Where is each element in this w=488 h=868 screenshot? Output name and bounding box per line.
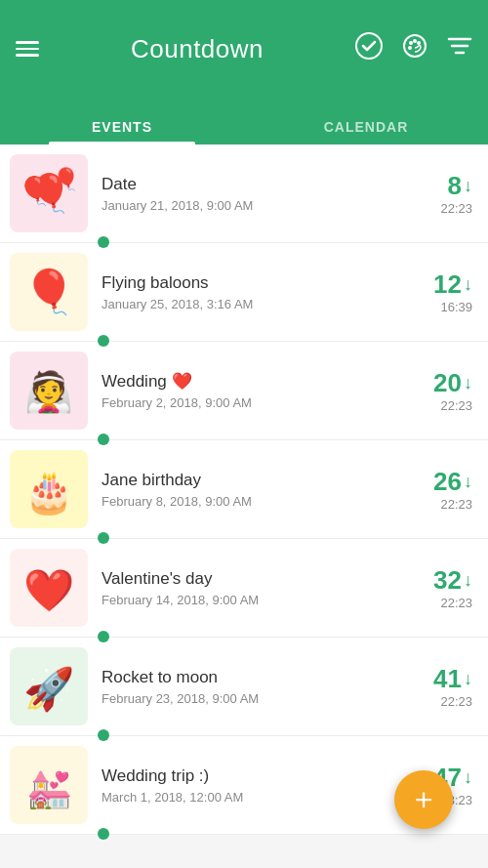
svg-point-5 (408, 46, 412, 50)
event-info: Rocket to moonFebruary 23, 2018, 9:00 AM (102, 668, 404, 706)
event-info: Wedding ❤️February 2, 2018, 9:00 AM (102, 371, 404, 410)
event-info: DateJanuary 21, 2018, 9:00 AM (102, 175, 404, 213)
event-name: Wedding trip :) (102, 766, 404, 786)
svg-text:🎈: 🎈 (22, 267, 76, 317)
app-header: Countdown (0, 0, 488, 109)
filter-icon[interactable] (447, 35, 472, 62)
svg-point-2 (409, 41, 413, 45)
event-info: Valentine's dayFebruary 14, 2018, 9:00 A… (102, 569, 404, 607)
event-name: Jane birthday (102, 471, 404, 490)
event-time: 22:23 (404, 497, 472, 512)
header-actions (355, 32, 472, 65)
svg-text:🎂: 🎂 (23, 468, 75, 517)
event-days-count: 12↓ (404, 269, 472, 300)
svg-point-3 (413, 39, 417, 43)
event-thumbnail: ❤️ (10, 549, 88, 627)
event-item[interactable]: 🎈Flying baloonsJanuary 25, 2018, 3:16 AM… (0, 243, 488, 342)
event-date: February 8, 2018, 9:00 AM (102, 494, 404, 509)
event-time: 16:39 (404, 300, 472, 314)
event-item[interactable]: ❤️Valentine's dayFebruary 14, 2018, 9:00… (0, 539, 488, 638)
svg-text:💒: 💒 (26, 766, 73, 811)
event-countdown: 20↓22:23 (404, 368, 472, 413)
svg-text:🚀: 🚀 (23, 665, 75, 714)
event-name: Rocket to moon (102, 668, 404, 687)
event-name: Wedding ❤️ (102, 371, 404, 392)
countdown-arrow: ↓ (464, 767, 472, 788)
countdown-arrow: ↓ (464, 472, 472, 492)
event-info: Wedding trip :)March 1, 2018, 12:00 AM (102, 766, 404, 805)
event-time: 22:23 (404, 694, 472, 709)
event-days-count: 41↓ (404, 664, 472, 694)
event-info: Jane birthdayFebruary 8, 2018, 9:00 AM (102, 471, 404, 509)
add-event-button[interactable]: + (394, 770, 453, 829)
event-days-count: 32↓ (404, 565, 472, 596)
event-countdown: 12↓16:39 (404, 269, 472, 314)
event-name: Valentine's day (102, 569, 404, 589)
event-days-count: 8↓ (404, 171, 472, 201)
event-date: January 25, 2018, 3:16 AM (102, 297, 404, 311)
event-name: Flying baloons (102, 273, 404, 293)
event-thumbnail: 🎂 (10, 450, 88, 528)
palette-icon[interactable] (402, 33, 427, 64)
countdown-arrow: ↓ (464, 570, 472, 591)
event-time: 22:23 (404, 596, 472, 610)
event-name: Date (102, 175, 404, 194)
event-date: February 14, 2018, 9:00 AM (102, 593, 404, 607)
event-countdown: 41↓22:23 (404, 664, 472, 709)
event-date: March 1, 2018, 12:00 AM (102, 790, 404, 805)
tab-calendar[interactable]: CALENDAR (244, 109, 488, 145)
event-item[interactable]: 🚀Rocket to moonFebruary 23, 2018, 9:00 A… (0, 638, 488, 736)
event-thumbnail: 💒 (10, 746, 88, 824)
menu-button[interactable] (16, 41, 39, 57)
event-info: Flying baloonsJanuary 25, 2018, 3:16 AM (102, 273, 404, 311)
event-date: January 21, 2018, 9:00 AM (102, 198, 404, 213)
svg-text:🎈: 🎈 (18, 175, 52, 207)
event-thumbnail: 🎈🎈🎈 (10, 154, 88, 232)
event-item[interactable]: 🎈🎈🎈DateJanuary 21, 2018, 9:00 AM8↓22:23 (0, 145, 488, 243)
svg-point-4 (417, 41, 421, 45)
svg-text:🎈: 🎈 (53, 166, 80, 192)
done-icon[interactable] (355, 32, 383, 65)
svg-point-0 (356, 33, 382, 59)
header-top-bar: Countdown (16, 32, 472, 65)
tab-events[interactable]: EVENTS (0, 109, 244, 145)
event-thumbnail: 🎈 (10, 253, 88, 331)
event-thumbnail: 🚀 (10, 647, 88, 725)
event-date: February 23, 2018, 9:00 AM (102, 691, 404, 706)
countdown-arrow: ↓ (464, 669, 472, 689)
tab-bar: EVENTS CALENDAR (0, 109, 488, 145)
event-countdown: 8↓22:23 (404, 171, 472, 216)
event-item[interactable]: 🎂Jane birthdayFebruary 8, 2018, 9:00 AM2… (0, 440, 488, 539)
countdown-arrow: ↓ (464, 176, 472, 196)
event-time: 22:23 (404, 398, 472, 413)
event-countdown: 26↓22:23 (404, 467, 472, 512)
countdown-arrow: ↓ (464, 274, 472, 295)
event-days-count: 20↓ (404, 368, 472, 398)
event-date: February 2, 2018, 9:00 AM (102, 395, 404, 410)
app-title: Countdown (131, 34, 264, 64)
event-countdown: 32↓22:23 (404, 565, 472, 610)
countdown-arrow: ↓ (464, 373, 472, 393)
event-days-count: 26↓ (404, 467, 472, 497)
event-item[interactable]: 👰Wedding ❤️February 2, 2018, 9:00 AM20↓2… (0, 342, 488, 440)
event-time: 22:23 (404, 201, 472, 216)
event-thumbnail: 👰 (10, 351, 88, 430)
svg-text:👰: 👰 (24, 368, 73, 415)
svg-text:❤️: ❤️ (23, 566, 75, 615)
event-list: 🎈🎈🎈DateJanuary 21, 2018, 9:00 AM8↓22:23🎈… (0, 145, 488, 835)
svg-point-1 (404, 35, 426, 57)
